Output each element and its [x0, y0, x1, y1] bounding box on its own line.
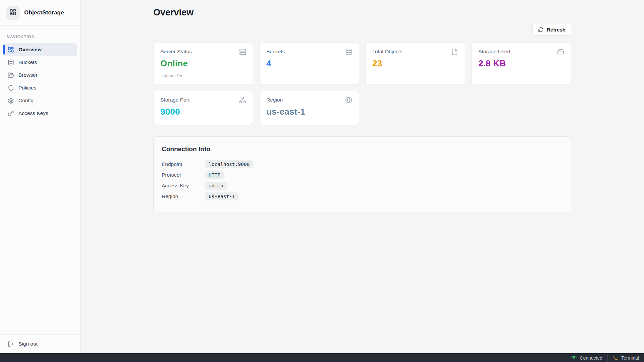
connection-info-rows: Endpoint localhost:9000 Protocol HTTP Ac…: [162, 159, 563, 202]
refresh-icon: [538, 27, 544, 33]
sign-out-button[interactable]: Sign out: [3, 338, 77, 350]
connection-row-endpoint: Endpoint localhost:9000: [162, 159, 563, 170]
sidebar-header: ObjectStorage: [0, 0, 80, 26]
stat-label: Storage Port: [160, 97, 190, 103]
sidebar-item-policies[interactable]: Policies: [3, 81, 77, 94]
connection-row-protocol: Protocol HTTP: [162, 170, 563, 180]
connection-row-value: localhost:9000: [205, 160, 253, 168]
dashboard-icon: [8, 47, 14, 53]
sidebar-item-label: Buckets: [18, 59, 37, 65]
sidebar: ObjectStorage NAVIGATION Overview Bucket…: [0, 0, 80, 353]
app-title: ObjectStorage: [24, 9, 64, 16]
wifi-icon: [571, 355, 577, 361]
connection-info-title: Connection Info: [162, 145, 563, 153]
connection-status-label: Connected: [580, 355, 602, 361]
stat-card-region: Region us-east-1: [259, 91, 359, 125]
sidebar-footer: Sign out: [0, 334, 80, 353]
stat-value: 2.8 KB: [478, 58, 564, 69]
sidebar-item-label: Browser: [18, 72, 38, 78]
sidebar-nav: Overview Buckets Browser: [0, 43, 80, 120]
sidebar-item-label: Policies: [18, 85, 36, 91]
connection-row-value: HTTP: [205, 171, 224, 179]
stat-card-total-objects: Total Objects 23: [365, 43, 465, 85]
stat-label: Server Status: [160, 49, 192, 55]
hard-drive-icon: [557, 48, 564, 55]
connection-status: Connected: [566, 354, 607, 362]
stat-label: Buckets: [266, 49, 285, 55]
main-content: Overview Refresh Server Status: [80, 0, 644, 353]
terminal-label: Terminal: [621, 355, 639, 361]
shield-icon: [8, 85, 14, 91]
sidebar-item-access-keys[interactable]: Access Keys: [3, 107, 77, 120]
log-out-icon: [8, 341, 14, 347]
sidebar-item-label: Overview: [18, 47, 42, 53]
server-icon: [239, 48, 246, 55]
stat-value: Online: [160, 58, 246, 69]
stat-label: Region: [266, 97, 283, 103]
stat-label: Storage Used: [478, 49, 510, 55]
file-icon: [451, 48, 458, 55]
key-icon: [8, 110, 14, 117]
refresh-label: Refresh: [547, 27, 566, 33]
stat-value: 9000: [160, 107, 246, 117]
nav-section-label: NAVIGATION: [7, 35, 73, 39]
stat-subtext: Uptime: 9m: [160, 73, 246, 78]
sidebar-item-browser[interactable]: Browser: [3, 69, 77, 81]
globe-icon: [345, 97, 352, 104]
stat-card-storage-used: Storage Used 2.8 KB: [471, 43, 571, 85]
connection-row-label: Region: [162, 193, 205, 199]
stat-value: 23: [372, 58, 458, 69]
sidebar-item-config[interactable]: Config: [3, 94, 77, 107]
stat-cards: Server Status Online Uptime: 9m Buckets: [153, 43, 571, 125]
connection-row-label: Protocol: [162, 172, 205, 178]
stat-card-storage-port: Storage Port 9000: [153, 91, 253, 125]
refresh-button[interactable]: Refresh: [532, 24, 571, 36]
stat-card-server-status: Server Status Online Uptime: 9m: [153, 43, 253, 85]
dashboard-grid-icon: [9, 9, 16, 17]
database-icon: [8, 59, 14, 66]
connection-info-panel: Connection Info Endpoint localhost:9000 …: [153, 136, 571, 212]
connection-row-region: Region us-east-1: [162, 191, 563, 202]
terminal-toggle[interactable]: Terminal: [607, 354, 644, 362]
app-logo: [6, 6, 20, 20]
connection-row-value: us-east-1: [205, 192, 238, 200]
app-window: ObjectStorage NAVIGATION Overview Bucket…: [0, 0, 644, 362]
sidebar-spacer: [0, 120, 80, 334]
connection-row-label: Access Key: [162, 183, 205, 189]
sidebar-item-label: Access Keys: [18, 110, 48, 116]
database-icon: [345, 48, 352, 55]
sidebar-item-overview[interactable]: Overview: [3, 43, 77, 56]
network-icon: [239, 97, 246, 104]
sidebar-item-buckets[interactable]: Buckets: [3, 56, 77, 69]
connection-row-label: Endpoint: [162, 161, 205, 167]
stat-value: us-east-1: [266, 107, 352, 117]
sign-out-label: Sign out: [18, 341, 38, 347]
connection-row-value: admin: [205, 182, 227, 190]
connection-row-access-key: Access Key admin: [162, 180, 563, 191]
workspace: ObjectStorage NAVIGATION Overview Bucket…: [0, 0, 644, 353]
stat-label: Total Objects: [372, 49, 402, 55]
folder-open-icon: [8, 72, 14, 78]
sidebar-item-label: Config: [18, 98, 34, 104]
status-bar: Connected Terminal: [0, 353, 644, 362]
page-title: Overview: [153, 7, 571, 18]
gear-icon: [8, 98, 14, 104]
toolbar: Refresh: [153, 24, 571, 36]
stat-value: 4: [266, 58, 352, 69]
stat-card-buckets: Buckets 4: [259, 43, 359, 85]
terminal-icon: [613, 355, 618, 361]
